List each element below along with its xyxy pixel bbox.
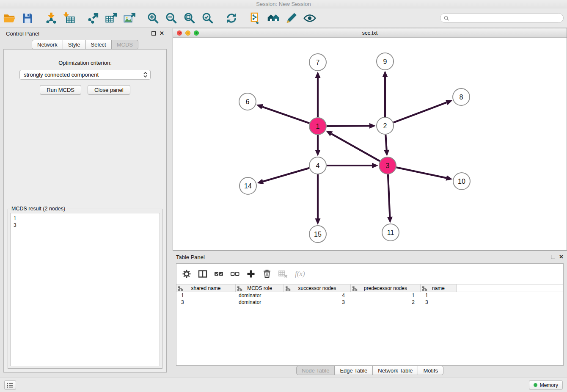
tab-style[interactable]: Style [63, 40, 86, 50]
network-node-6[interactable]: 6 [239, 93, 256, 110]
close-panel-icon[interactable]: ✕ [160, 31, 164, 36]
column-type-icon [422, 286, 427, 293]
window-zoom-icon[interactable] [194, 30, 199, 36]
show-graphics-details-icon[interactable] [303, 11, 317, 25]
mcds-result-item[interactable]: 1 [14, 215, 157, 222]
network-edge-2-8[interactable] [394, 100, 453, 123]
run-mcds-button[interactable]: Run MCDS [40, 85, 81, 95]
split-column-icon[interactable] [197, 268, 209, 280]
column-type-icon [285, 286, 291, 293]
tab-select[interactable]: Select [86, 40, 112, 50]
network-edge-1-7[interactable] [315, 72, 321, 117]
mcds-result-list[interactable]: 13 [10, 213, 160, 366]
table-cell: 4 [284, 292, 351, 299]
column-header-name[interactable]: name [421, 284, 457, 292]
criterion-dropdown-value: strongly connected component [24, 72, 143, 78]
list-menu-icon [7, 382, 14, 388]
network-node-1[interactable]: 1 [309, 118, 326, 135]
table-panel-header: Table Panel ✕ [173, 251, 567, 262]
export-network-icon[interactable] [86, 11, 100, 25]
network-node-7[interactable]: 7 [309, 54, 326, 71]
network-node-9[interactable]: 9 [377, 53, 394, 70]
tab-network-table[interactable]: Network Table [373, 366, 418, 375]
tab-node-table[interactable]: Node Table [296, 366, 335, 375]
column-header-MCDS-role[interactable]: MCDS role [236, 284, 284, 292]
network-node-2[interactable]: 2 [377, 117, 394, 134]
column-header-predecessor-nodes[interactable]: predecessor nodes [351, 284, 421, 292]
unselect-all-rows-icon[interactable] [229, 268, 241, 280]
mcds-result-group: MCDS result (2 nodes) 13 [8, 209, 162, 369]
network-edge-4-15[interactable] [315, 174, 321, 225]
network-node-14[interactable]: 14 [239, 177, 256, 194]
toolbar-separator [140, 11, 146, 25]
network-edge-1-4[interactable] [315, 135, 321, 156]
status-bar: Memory [0, 378, 567, 392]
table-settings-icon[interactable] [181, 268, 193, 280]
network-edge-4-3[interactable] [327, 163, 378, 168]
table-panel: Table Panel ✕ f(x) shared nameMCDS roles… [173, 251, 567, 375]
delete-columns-icon[interactable] [261, 268, 273, 280]
criterion-dropdown[interactable]: strongly connected component [19, 70, 151, 80]
clone-network-icon[interactable] [248, 11, 262, 25]
network-edge-3-10[interactable] [396, 167, 453, 180]
first-neighbors-icon[interactable] [266, 11, 281, 25]
network-edge-2-9[interactable] [383, 71, 388, 117]
column-header-successor-nodes[interactable]: successor nodes [284, 284, 351, 292]
network-edge-4-14[interactable] [257, 168, 309, 184]
mcds-result-item[interactable]: 3 [14, 222, 157, 229]
column-header-shared-name[interactable]: shared name [176, 284, 236, 292]
close-table-panel-icon[interactable]: ✕ [559, 255, 564, 259]
float-table-panel-icon[interactable] [551, 255, 555, 259]
select-all-rows-icon[interactable] [213, 268, 225, 280]
table-cell: 3 [421, 299, 457, 306]
export-image-icon[interactable] [122, 11, 137, 25]
network-node-11[interactable]: 11 [382, 224, 399, 241]
close-mcds-panel-button[interactable]: Close panel [88, 85, 130, 95]
import-table-from-file-icon[interactable] [62, 11, 77, 25]
zoom-selected-icon[interactable] [201, 11, 215, 25]
column-header-label: successor nodes [298, 285, 336, 291]
export-table-icon[interactable] [104, 11, 118, 25]
window-close-icon[interactable] [177, 30, 182, 36]
window-controls [177, 30, 199, 36]
network-edge-3-1[interactable] [326, 131, 380, 161]
tab-edge-table[interactable]: Edge Table [335, 366, 373, 375]
tab-mcds[interactable]: MCDS [112, 40, 138, 50]
svg-text:7: 7 [316, 59, 320, 66]
network-node-8[interactable]: 8 [453, 88, 470, 105]
network-window-titlebar[interactable]: scc.txt [173, 28, 567, 38]
apply-preferred-layout-icon[interactable] [224, 11, 239, 25]
network-edge-1-2[interactable] [327, 123, 376, 129]
memory-button[interactable]: Memory [529, 380, 563, 390]
search-input[interactable] [451, 15, 560, 21]
network-edge-1-6[interactable] [256, 104, 309, 123]
table-row[interactable]: 3dominator323 [176, 299, 563, 306]
main-toolbar-icons [0, 11, 321, 25]
tab-motifs[interactable]: Motifs [418, 366, 443, 375]
svg-text:11: 11 [387, 229, 394, 236]
table-row[interactable]: 1dominator411 [176, 292, 563, 299]
control-panel-tabs: NetworkStyleSelectMCDS [32, 40, 138, 50]
window-minimize-icon[interactable] [185, 30, 190, 36]
import-network-from-file-icon[interactable] [44, 11, 58, 25]
network-canvas[interactable]: 7968124314101511 [173, 38, 567, 250]
apply-style-icon[interactable] [284, 11, 299, 25]
network-edge-3-11[interactable] [387, 174, 393, 223]
tab-network[interactable]: Network [32, 40, 63, 50]
search-box[interactable] [440, 13, 564, 23]
add-column-icon[interactable] [245, 268, 257, 280]
zoom-in-icon[interactable] [146, 11, 160, 25]
zoom-fit-icon[interactable] [182, 11, 197, 25]
network-node-4[interactable]: 4 [309, 157, 326, 174]
status-menu-button[interactable] [4, 380, 16, 390]
network-node-15[interactable]: 15 [309, 226, 326, 243]
network-node-10[interactable]: 10 [453, 173, 470, 190]
float-panel-icon[interactable] [151, 31, 156, 36]
zoom-out-icon[interactable] [164, 11, 179, 25]
network-node-3[interactable]: 3 [379, 157, 396, 174]
delete-table-icon [277, 268, 289, 280]
network-edge-2-3[interactable] [384, 135, 389, 156]
save-session-icon[interactable] [20, 11, 35, 25]
mcds-result-title: MCDS result (2 nodes) [10, 206, 67, 212]
open-file-icon[interactable] [2, 11, 17, 25]
